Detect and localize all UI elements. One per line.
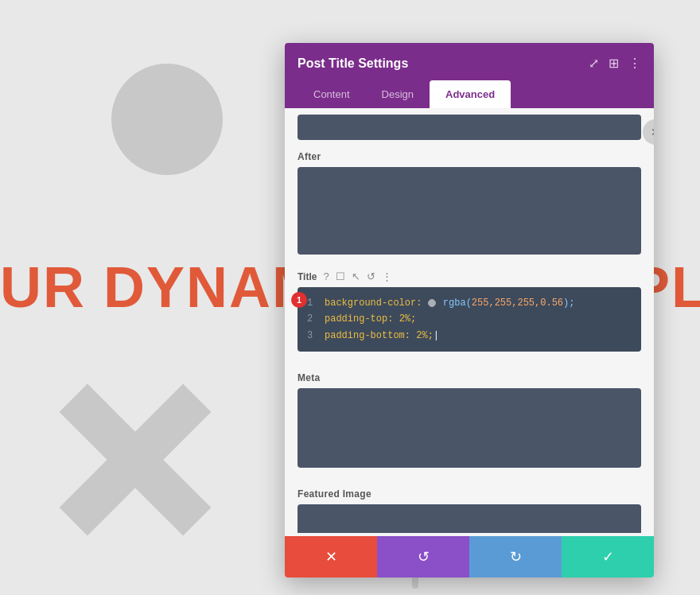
title-toolbar: Title ? ☐ ↖ ↺ ⋮ [298, 264, 641, 287]
more-icon[interactable]: ⋮ [628, 56, 641, 71]
css-prop-2: padding-top: [325, 313, 393, 325]
line-num-1: 1 [307, 295, 317, 311]
css-value-3: 2%; [416, 330, 439, 341]
line-content-1: background-color: rgba(255,255,255,0.56)… [325, 295, 574, 311]
save-button[interactable]: ✓ [562, 536, 654, 578]
undo-button[interactable]: ↺ [377, 536, 469, 578]
collapsed-section [298, 115, 641, 140]
cursor-icon[interactable]: ↖ [352, 270, 360, 282]
css-rgba-1: rgba( [443, 298, 472, 309]
bg-x-shape [48, 372, 223, 547]
code-line-2: 2 padding-top: 2%; [307, 311, 632, 327]
title-section: Title ? ☐ ↖ ↺ ⋮ 1 1 background-color: [285, 264, 654, 352]
featured-code-area[interactable] [298, 504, 641, 533]
columns-icon[interactable]: ⊞ [609, 56, 619, 71]
tab-content[interactable]: Content [298, 80, 366, 108]
code-editor[interactable]: 1 background-color: rgba(255,255,255,0.5… [298, 287, 641, 352]
color-dot [428, 298, 438, 309]
code-editor-wrapper: 1 1 background-color: rgba(255,255,255,0… [298, 287, 641, 352]
modal-tabs: Content Design Advanced [298, 80, 641, 108]
modal-header-icons: ⤢ ⊞ ⋮ [589, 56, 641, 71]
modal-body: After Title ? ☐ ↖ ↺ ⋮ 1 1 background [285, 108, 654, 536]
code-line-1: 1 background-color: rgba(255,255,255,0.5… [307, 295, 632, 311]
modal-title: Post Title Settings [298, 56, 408, 71]
css-prop-1: background-color: [325, 298, 422, 309]
tab-design[interactable]: Design [366, 80, 430, 108]
badge-1: 1 [291, 292, 307, 308]
css-nums-1: 255,255,255,0.56 [472, 298, 563, 309]
featured-section-label: Featured Image [285, 477, 654, 504]
meta-section-label: Meta [285, 361, 654, 388]
toolbar-more-icon[interactable]: ⋮ [382, 270, 392, 282]
line-content-3: padding-bottom: 2%; [325, 328, 439, 344]
after-section-label: After [285, 140, 654, 167]
redo-button[interactable]: ↻ [469, 536, 562, 578]
line-content-2: padding-top: 2%; [325, 311, 416, 327]
line-num-2: 2 [307, 311, 317, 327]
help-icon[interactable]: ? [323, 270, 329, 282]
expand-icon[interactable]: ⤢ [589, 56, 599, 71]
settings-modal: Post Title Settings ⤢ ⊞ ⋮ Content Design… [285, 43, 654, 578]
mobile-icon[interactable]: ☐ [336, 270, 345, 282]
css-value-2: 2%; [399, 313, 417, 325]
after-code-area[interactable] [298, 167, 641, 255]
meta-code-area[interactable] [298, 388, 641, 468]
css-rgba-close-1: ); [563, 298, 574, 309]
line-num-3: 3 [307, 328, 317, 344]
modal-header: Post Title Settings ⤢ ⊞ ⋮ Content Design… [285, 43, 654, 108]
reset-icon[interactable]: ↺ [367, 270, 375, 282]
modal-footer: ✕ ↺ ↻ ✓ [285, 536, 654, 578]
css-prop-3: padding-bottom: [325, 330, 410, 341]
title-section-label: Title [298, 271, 317, 282]
tab-advanced[interactable]: Advanced [430, 80, 511, 108]
bg-avatar-circle [111, 64, 223, 175]
cancel-button[interactable]: ✕ [285, 536, 377, 578]
modal-title-row: Post Title Settings ⤢ ⊞ ⋮ [298, 56, 641, 71]
code-line-3: 3 padding-bottom: 2%; [307, 328, 632, 344]
